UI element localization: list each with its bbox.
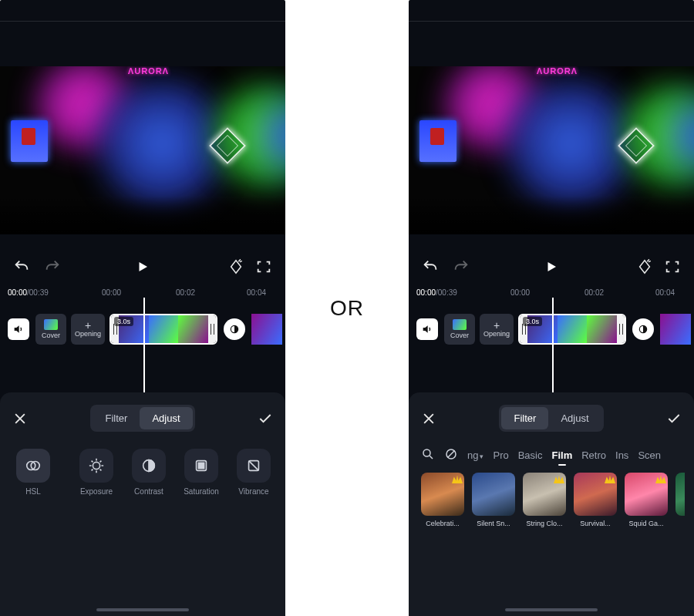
opening-chip[interactable]: +Opening [71,314,105,345]
close-button[interactable] [9,408,31,429]
filter-thumb [472,473,515,516]
clip-handle-right[interactable] [617,315,625,343]
filter-item-survival[interactable]: Survival... [574,473,617,527]
hsl-icon [16,449,50,483]
filter-thumb [421,473,464,516]
phone-right-filter: ΛЯOЯUΛ 00:00/00:39 00:00 00:02 00:04 Cov… [409,0,694,616]
category-trending[interactable]: ng [467,449,483,461]
filter-item-joker0[interactable]: Joker 0 [675,473,685,527]
crown-icon [452,474,463,483]
confirm-button[interactable] [254,408,276,429]
cover-chip[interactable]: Cover [444,314,475,345]
stage-screen [11,120,48,162]
filter-thumb [625,473,668,516]
crown-icon [605,474,615,483]
fullscreen-button[interactable] [253,256,275,278]
none-filter-icon[interactable] [444,447,458,463]
undo-button[interactable] [419,256,441,278]
or-divider: OR [285,0,409,616]
close-button[interactable] [418,408,440,429]
saturation-icon [184,449,218,483]
exposure-icon [79,449,113,483]
category-basic[interactable]: Basic [518,449,543,461]
adjust-tab[interactable]: Adjust [140,407,192,429]
time-total: 00:39 [29,288,49,297]
category-scene[interactable]: Scen [638,449,661,461]
adjust-exposure[interactable]: Exposure [76,449,117,504]
filter-item-stringclo[interactable]: String Clo... [523,473,566,527]
filter-tab[interactable]: Filter [93,407,140,429]
filter-item-silentsn[interactable]: Silent Sn... [472,473,515,527]
filter-item-squidga[interactable]: Squid Ga... [625,473,668,527]
adjust-saturation[interactable]: Saturation [180,449,222,504]
adjust-hsl[interactable]: HSL [12,449,54,504]
selected-clip[interactable]: 3.0s [518,314,626,345]
keyframe-button[interactable] [634,256,655,278]
filter-thumb [574,473,617,516]
play-button[interactable] [132,256,153,278]
opening-chip[interactable]: +Opening [480,314,514,345]
time-tick: 00:02 [176,288,195,297]
playhead[interactable] [143,298,145,398]
clip-handle-right[interactable] [208,315,216,343]
play-button[interactable] [541,256,562,278]
mute-button[interactable] [8,318,29,340]
adjust-tools-row: HSL Exposure Contrast Saturation Vibranc… [9,446,276,504]
playhead[interactable] [552,298,554,398]
filter-thumbs-row: Celebrati... Silent Sn... String Clo... … [418,473,685,527]
category-ins[interactable]: Ins [615,449,628,461]
filter-panel: Filter Adjust ng Pro Basic Film Retro In… [409,392,694,616]
clip-duration: 3.0s [523,317,542,326]
svg-rect-6 [198,463,204,468]
time-tick: 00:04 [655,288,675,297]
filter-adjust-toggle: Filter Adjust [499,405,603,432]
time-tick: 00:00 [510,288,530,297]
stage-sign: ΛЯOЯUΛ [127,66,168,80]
crown-icon [554,474,564,483]
filter-thumb [523,473,566,516]
time-current: 00:00 [416,288,436,297]
confirm-button[interactable] [663,408,685,429]
status-bar [409,0,694,22]
transition-button[interactable] [632,318,654,340]
home-indicator [96,608,189,611]
home-indicator [505,608,598,611]
category-retro[interactable]: Retro [581,449,606,461]
filter-thumb [675,473,685,516]
video-preview[interactable]: ΛЯOЯUΛ [409,66,694,234]
mute-button[interactable] [416,318,438,340]
timeline[interactable]: Cover +Opening 3.0s [0,307,285,352]
crown-icon [655,474,666,483]
adjust-vibrance[interactable]: Vibrance [233,449,275,504]
adjust-tab[interactable]: Adjust [548,407,601,429]
next-clip-thumb[interactable] [660,314,691,345]
adjust-contrast[interactable]: Contrast [128,449,170,504]
adjust-panel: Filter Adjust HSL Exposure Contrast Satu… [0,392,285,616]
vibrance-icon [237,449,271,483]
status-bar [0,0,285,22]
fullscreen-button[interactable] [662,256,683,278]
cover-chip[interactable]: Cover [35,314,66,345]
category-film[interactable]: Film [552,449,573,461]
filter-item-celebrati[interactable]: Celebrati... [421,473,464,527]
time-tick: 00:02 [585,288,604,297]
transport-bar [0,248,285,285]
selected-clip[interactable]: 3.0s [109,314,217,345]
transition-button[interactable] [224,318,245,340]
next-clip-thumb[interactable] [251,314,282,345]
svg-point-3 [93,462,99,469]
keyframe-button[interactable] [225,256,247,278]
transport-bar [409,248,694,285]
undo-button[interactable] [11,256,32,278]
time-total: 00:39 [438,288,457,297]
stage-screen [419,120,456,162]
search-icon[interactable] [421,447,435,463]
timecode-row: 00:00/00:39 00:00 00:02 00:04 [0,285,285,302]
redo-button [450,256,472,278]
filter-adjust-toggle: Filter Adjust [90,405,194,432]
timeline[interactable]: Cover +Opening 3.0s [409,307,694,352]
stage-sign: ΛЯOЯUΛ [536,66,577,80]
video-preview[interactable]: ΛЯOЯUΛ [0,66,285,234]
category-pro[interactable]: Pro [493,449,508,461]
filter-tab[interactable]: Filter [501,407,548,429]
